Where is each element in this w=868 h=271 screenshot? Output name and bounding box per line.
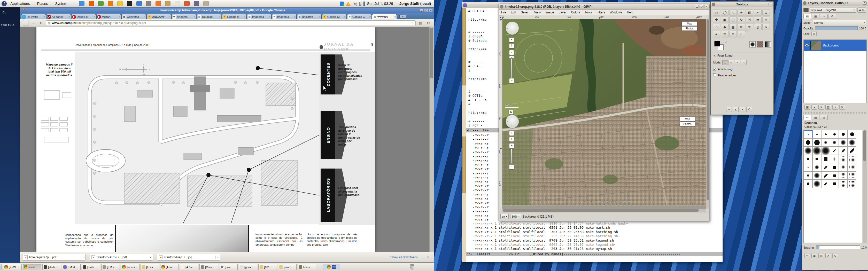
- brush-cell[interactable]: [847, 130, 857, 138]
- paintbrush-tool[interactable]: ✑: [746, 24, 753, 30]
- brush-cell[interactable]: [812, 180, 821, 188]
- feather-edges-option[interactable]: Feather edges: [713, 73, 736, 77]
- brushes-tab[interactable]: ✏: [803, 115, 811, 120]
- dock-titlebar[interactable]: Layers, Channels, Paths, U ✕: [802, 0, 868, 6]
- tab-google-m[interactable]: ●Google M×: [222, 14, 246, 20]
- swap-colors-icon[interactable]: ⇄: [724, 41, 727, 44]
- taskbar-button-11[interactable]: [Five ...: [219, 264, 238, 270]
- brush-cell[interactable]: [839, 171, 847, 180]
- rect-select-tool[interactable]: ▭: [713, 9, 720, 16]
- delete-button[interactable]: ✕: [740, 107, 745, 112]
- gimp-canvas[interactable]: ˆˇ‹› • † + − − Map Photos 200 m N ˆˇ‹›: [502, 20, 706, 208]
- notification-applet[interactable]: [323, 264, 340, 270]
- anchor-layer-button[interactable]: ↧: [832, 104, 838, 110]
- brush-cell[interactable]: [804, 180, 812, 188]
- bucket-fill-tool[interactable]: ◆: [721, 24, 728, 30]
- wrench-menu-icon[interactable]: ⚙: [426, 20, 431, 26]
- close-button[interactable]: ✕: [769, 3, 772, 6]
- patterns-tab[interactable]: ▩: [812, 115, 819, 120]
- launcher-gimp[interactable]: [146, 1, 151, 6]
- refresh-brushes-button[interactable]: ↻: [832, 253, 838, 258]
- taskbar-button-13[interactable]: [101E...: [258, 264, 277, 270]
- tab-close-icon[interactable]: ×: [193, 15, 195, 18]
- emacs-buffer-text[interactable]: # COTUCA http://ma # ------ # CPQBA # Es…: [468, 9, 487, 128]
- canvas-vscrollbar[interactable]: [706, 20, 709, 208]
- download-menu-chevron[interactable]: ▾: [81, 256, 84, 259]
- tab-close-icon[interactable]: ×: [218, 15, 220, 18]
- brush-cell[interactable]: [830, 130, 839, 138]
- gimp-menu-view[interactable]: View: [532, 10, 543, 14]
- brush-cell[interactable]: ✳: [830, 155, 839, 163]
- brush-cell[interactable]: [821, 180, 830, 188]
- user-switcher[interactable]: Jorge Stolfi (local): [399, 2, 431, 6]
- pencil-tool[interactable]: ✏: [738, 24, 745, 30]
- new-brush-button[interactable]: ▣: [811, 253, 817, 258]
- eraser-tool[interactable]: ▯: [754, 24, 762, 30]
- brush-cell[interactable]: [830, 163, 839, 171]
- layers-tab[interactable]: ▤: [803, 14, 811, 19]
- brush-cell[interactable]: [804, 163, 812, 171]
- launcher-media-player[interactable]: [136, 1, 142, 6]
- bookmark-star-icon[interactable]: ☆: [411, 21, 414, 25]
- brush-cell[interactable]: [821, 155, 830, 163]
- brush-cell[interactable]: [830, 146, 839, 155]
- auto-button[interactable]: Auto: [858, 7, 866, 13]
- taskbar-button-10[interactable]: [Com...: [199, 264, 218, 270]
- taskbar-button-7[interactable]: [tree-...: [141, 264, 159, 270]
- battery-icon[interactable]: [359, 2, 362, 6]
- brush-cell[interactable]: [804, 171, 812, 180]
- dired-buffer-hidden[interactable]: -rw-r--r -rw-r--r -rwxr-xr -rw-r--r -rw-…: [468, 133, 489, 222]
- canvas-hscrollbar[interactable]: [502, 208, 706, 212]
- gimp-menu-windows[interactable]: Windows: [607, 10, 625, 14]
- brush-cell[interactable]: [839, 180, 847, 188]
- lower-layer-button[interactable]: ▼: [818, 104, 824, 110]
- tab-close-icon[interactable]: ×: [344, 15, 346, 18]
- blend-tool[interactable]: ▤: [729, 24, 737, 30]
- antialiasing-option[interactable]: ✓Antialiasing: [713, 68, 733, 71]
- menu-system[interactable]: System: [52, 0, 71, 7]
- gimp-menu-edit[interactable]: Edit: [508, 10, 519, 14]
- airbrush-tool[interactable]: ≈: [762, 24, 770, 30]
- tab-close-icon[interactable]: ×: [93, 15, 95, 18]
- tab-imagema[interactable]: ▤ImageMa×: [247, 14, 272, 20]
- gimp-menu-select[interactable]: Select: [519, 10, 532, 14]
- paths-tab[interactable]: ∿: [820, 14, 828, 19]
- launcher-audio-burn[interactable]: [156, 1, 161, 6]
- lock-alpha-button[interactable]: ▨: [811, 31, 816, 36]
- reload-button[interactable]: ↻: [38, 20, 44, 26]
- dired-buffer-visible[interactable]: -rwxr-xr-x 1 stolfilocal stolfilocal 181…: [468, 222, 628, 251]
- heal-tool[interactable]: ⊕: [729, 31, 737, 37]
- unit-select[interactable]: px▾: [500, 214, 509, 219]
- intersect-mode-button[interactable]: ∩: [741, 60, 747, 65]
- tab-close-icon[interactable]: ×: [293, 15, 296, 18]
- scrollbar-thumb[interactable]: [430, 28, 433, 78]
- taskbar-button-1[interactable]: www....: [23, 264, 41, 270]
- forward-button[interactable]: →: [30, 20, 36, 26]
- free-select-tool[interactable]: ∿: [729, 9, 737, 16]
- gimp-menu-file[interactable]: File: [499, 10, 508, 14]
- scale-tool[interactable]: ⇲: [746, 16, 753, 23]
- tab-andama[interactable]: WAndama×: [172, 14, 196, 20]
- tab-close-icon[interactable]: ×: [394, 15, 396, 18]
- chrome-titlebar[interactable]: www.unicamp.br/unicamp/unicamp_hoje/jorn…: [20, 7, 434, 13]
- volume-icon[interactable]: ◄): [352, 2, 357, 6]
- layer-mode-select[interactable]: Normal▾: [813, 20, 866, 25]
- emacs-scrollbar[interactable]: [462, 7, 466, 262]
- new-tab-button[interactable]: +: [399, 15, 406, 19]
- brush-cell[interactable]: [804, 155, 812, 163]
- tab-unicamp[interactable]: ●UNICAMP×: [147, 14, 171, 20]
- gimp-menu-help[interactable]: Help: [625, 10, 636, 14]
- pdf-scrollbar[interactable]: [429, 27, 434, 252]
- pdf-viewer[interactable]: Universidade Estadual de Campinas – 2 a …: [20, 27, 434, 252]
- save-button[interactable]: ▼: [726, 107, 732, 112]
- tab-close-icon[interactable]: ×: [68, 15, 70, 18]
- brush-preview[interactable]: [749, 41, 755, 47]
- brush-cell[interactable]: [847, 155, 857, 163]
- panel-handle[interactable]: [1, 264, 2, 270]
- close-button[interactable]: ✕: [863, 1, 867, 5]
- launcher-rhythmbox[interactable]: [184, 1, 190, 6]
- taskbar-button-6[interactable]: [Reuni...: [121, 264, 140, 270]
- brush-cell[interactable]: [839, 130, 847, 138]
- brush-cell[interactable]: [821, 130, 830, 138]
- clock-applet[interactable]: Sun Jul 1, 03:29: [367, 2, 393, 6]
